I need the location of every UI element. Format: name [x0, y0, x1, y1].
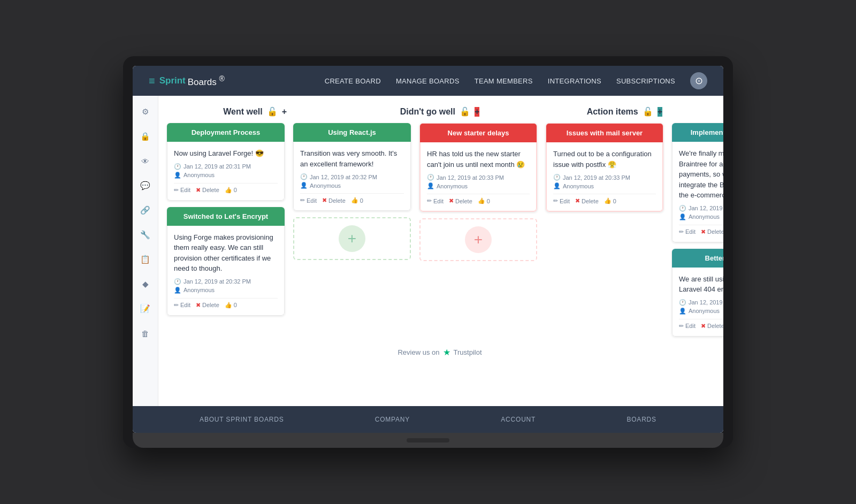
card-date-braintree: 🕐 Jan 12, 2019 at 20:34 PM	[679, 205, 723, 212]
laptop-notch	[407, 438, 449, 442]
card-author-braintree: 👤 Anonymous	[679, 213, 723, 220]
sidebar-document-icon[interactable]: 📝	[138, 301, 153, 316]
delete-button-404[interactable]: ✖ Delete	[701, 323, 723, 330]
columns-container: Deployment Process Now using Laravel For…	[167, 123, 713, 337]
delete-button-deployment[interactable]: ✖ Delete	[196, 187, 219, 194]
edit-button-deployment[interactable]: ✏ Edit	[174, 187, 190, 194]
card-author-lets-encrypt: 👤 Anonymous	[174, 287, 278, 294]
page-footer: ABOUT SPRINT BOARDS COMPANY ACCOUNT BOAR…	[133, 406, 723, 433]
footer-account[interactable]: ACCOUNT	[501, 416, 536, 423]
plus-circle-icon-didnt-1: +	[465, 226, 492, 253]
col-header-action-items: Action items 🔓 +	[537, 106, 713, 117]
sidebar-chat-icon[interactable]: 💬	[138, 178, 153, 193]
edit-button-braintree[interactable]: ✏ Edit	[679, 228, 696, 235]
sidebar-settings-icon[interactable]: ⚙	[138, 104, 153, 119]
sidebar-trash-icon[interactable]: 🗑	[138, 326, 153, 341]
card-date-404: 🕐 Jan 12, 2019 at 20:35 PM	[679, 299, 723, 306]
footer-company[interactable]: COMPANY	[375, 416, 410, 423]
footer-boards[interactable]: BOARDS	[626, 416, 656, 423]
card-date-new-starter: 🕐 Jan 12, 2019 at 20:33 PM	[427, 174, 530, 181]
card-text-mail-server: Turned out to be a configuration issue w…	[553, 149, 656, 170]
nav-manage-boards[interactable]: MANAGE BOARDS	[396, 77, 460, 85]
user-icon-4: 👤	[427, 182, 434, 189]
user-avatar[interactable]: ⊙	[690, 72, 707, 89]
card-actions-react: ✏ Edit ✖ Delete 👍 0	[300, 193, 404, 204]
edit-button-react[interactable]: ✏ Edit	[300, 197, 317, 204]
card-author-mail-server: 👤 Anonymous	[553, 182, 656, 189]
sidebar: ⚙ 🔒 👁 💬 🔗 🔧 📋 ◆ 📝 🗑	[133, 96, 158, 406]
col-header-didnt-go-well: Didn't go well 🔓 +	[351, 106, 528, 117]
delete-button-mail-server[interactable]: ✖ Delete	[575, 197, 599, 204]
card-body-404: We are still using the default Laravel 4…	[672, 268, 723, 337]
card-author-react: 👤 Anonymous	[300, 182, 404, 189]
didnt-go-well-title: Didn't go well	[400, 107, 455, 117]
clock-icon-7: 🕐	[679, 299, 686, 306]
action-items-lock-icon: 🔓	[643, 106, 653, 117]
cards-list-went-well-1: Deployment Process Now using Laravel For…	[167, 123, 285, 316]
column-went-well-2: Using React.js Transition was very smoot…	[293, 123, 411, 337]
edit-button-lets-encrypt[interactable]: ✏ Edit	[174, 302, 190, 309]
col-header-went-well: Went well 🔓 +	[167, 106, 343, 117]
card-date-mail-server: 🕐 Jan 12, 2019 at 20:33 PM	[553, 174, 656, 181]
card-actions-mail-server: ✏ Edit ✖ Delete 👍 0	[553, 194, 656, 204]
card-body-lets-encrypt: Using Forge makes provisioning them real…	[167, 226, 285, 316]
card-text-braintree: We're finally making the switch to Brain…	[679, 148, 723, 201]
nav-integrations[interactable]: INTEGRATIONS	[548, 77, 601, 85]
delete-button-braintree[interactable]: ✖ Delete	[701, 228, 723, 235]
nav-team-members[interactable]: TEAM MEMBERS	[475, 77, 533, 85]
sidebar-link-icon[interactable]: 🔗	[138, 203, 153, 218]
column-didnt-go-well-1: New starter delays HR has told us the ne…	[419, 123, 537, 337]
nav-create-board[interactable]: CREATE BOARD	[325, 77, 381, 85]
card-404: Better 404 page We are still using the d…	[672, 249, 723, 337]
like-button-lets-encrypt[interactable]: 👍 0	[225, 302, 237, 309]
card-body-react: Transition was very smooth. It's an exce…	[293, 142, 411, 211]
didnt-go-well-add-button[interactable]: +	[475, 107, 479, 117]
nav-links: CREATE BOARD MANAGE BOARDS TEAM MEMBERS …	[325, 72, 707, 89]
sidebar-tool-icon[interactable]: 🔧	[138, 227, 153, 242]
nav-subscriptions[interactable]: SUBSCRIPTIONS	[616, 77, 675, 85]
like-button-mail-server[interactable]: 👍 0	[604, 197, 616, 204]
card-react: Using React.js Transition was very smoot…	[293, 123, 411, 211]
card-author-404: 👤 Anonymous	[679, 308, 723, 315]
logo-tm: ®	[219, 74, 224, 83]
delete-button-new-starter[interactable]: ✖ Delete	[449, 197, 472, 204]
cards-list-went-well-2: Using React.js Transition was very smoot…	[293, 123, 411, 260]
sidebar-clipboard-icon[interactable]: 📋	[138, 252, 153, 267]
footer-about[interactable]: ABOUT SPRINT BOARDS	[200, 416, 284, 423]
card-date-react: 🕐 Jan 12, 2019 at 20:32 PM	[300, 173, 404, 180]
add-card-placeholder-went-well[interactable]: +	[293, 217, 411, 260]
user-icon: 👤	[174, 172, 181, 179]
card-header-404: Better 404 page	[672, 249, 723, 268]
card-new-starter: New starter delays HR has told us the ne…	[419, 123, 537, 212]
action-items-add-button[interactable]: +	[658, 107, 662, 117]
like-button-deployment[interactable]: 👍 0	[225, 187, 237, 194]
edit-button-new-starter[interactable]: ✏ Edit	[427, 197, 444, 204]
card-text-lets-encrypt: Using Forge makes provisioning them real…	[174, 232, 278, 274]
card-header-new-starter: New starter delays	[420, 124, 537, 142]
card-actions-lets-encrypt: ✏ Edit ✖ Delete 👍 0	[174, 298, 278, 309]
logo-boards: Boards ®	[188, 74, 225, 88]
card-date-deployment: 🕐 Jan 12, 2019 at 20:31 PM	[174, 163, 278, 170]
add-card-placeholder-didnt-1[interactable]: +	[419, 218, 537, 261]
card-text-404: We are still using the default Laravel 4…	[679, 274, 723, 295]
card-author-deployment: 👤 Anonymous	[174, 172, 278, 179]
card-body-braintree: We're finally making the switch to Brain…	[672, 142, 723, 242]
user-icon-5: 👤	[553, 182, 561, 189]
like-button-react[interactable]: 👍 0	[351, 197, 363, 204]
logo: ≡ Sprint Boards ®	[149, 74, 225, 88]
went-well-add-button[interactable]: +	[282, 107, 287, 117]
edit-button-404[interactable]: ✏ Edit	[679, 323, 696, 330]
delete-button-react[interactable]: ✖ Delete	[322, 197, 346, 204]
sidebar-eye-icon[interactable]: 👁	[138, 154, 153, 169]
column-action-1: Implement Braintree API We're finally ma…	[672, 123, 723, 337]
sidebar-lock-icon[interactable]: 🔒	[138, 129, 153, 144]
sidebar-diamond-icon[interactable]: ◆	[138, 277, 153, 292]
user-icon-7: 👤	[679, 308, 686, 315]
like-button-new-starter[interactable]: 👍 0	[478, 197, 490, 204]
card-text-new-starter: HR has told us the new starter can't joi…	[427, 149, 530, 170]
card-header-deployment: Deployment Process	[167, 123, 285, 142]
board-content: Went well 🔓 + Didn't go well 🔓 + Action …	[158, 96, 723, 406]
delete-button-lets-encrypt[interactable]: ✖ Delete	[196, 302, 219, 309]
logo-sprint: Sprint	[159, 75, 186, 86]
edit-button-mail-server[interactable]: ✏ Edit	[553, 197, 570, 204]
